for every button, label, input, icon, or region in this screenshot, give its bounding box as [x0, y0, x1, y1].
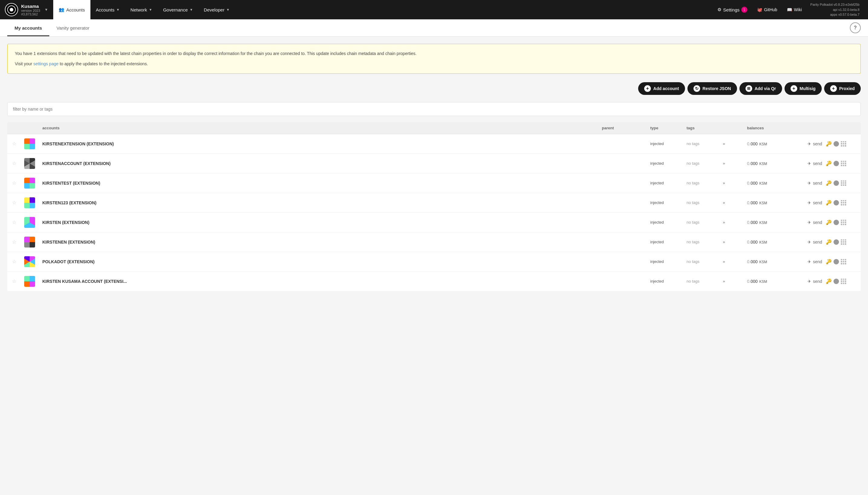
- arrows-cell[interactable]: »: [723, 141, 747, 146]
- accounts-active-icon: 👥: [59, 7, 64, 12]
- wiki-button[interactable]: 📖 Wiki: [782, 0, 807, 19]
- github-icon: 🐙: [757, 7, 762, 12]
- proxied-button[interactable]: + Proxied: [824, 82, 861, 95]
- balance-zero: 0.: [747, 240, 751, 244]
- send-button[interactable]: send: [813, 279, 822, 284]
- account-avatar: [24, 197, 35, 208]
- warning-suffix: to apply the updates to the injected ext…: [59, 61, 148, 66]
- key-icon[interactable]: 🔑: [826, 200, 832, 205]
- dot-icon: [834, 279, 839, 284]
- grid-icon: [841, 141, 846, 147]
- send-area: ✈ send ⋮: [807, 180, 826, 186]
- row-icons: 🔑: [826, 160, 856, 166]
- currency-label: KSM: [758, 201, 767, 205]
- table-header: accounts parent type tags balances: [7, 122, 861, 134]
- grid-icon: [841, 220, 846, 225]
- star-cell[interactable]: ☆: [12, 219, 24, 225]
- star-cell[interactable]: ☆: [12, 278, 24, 284]
- key-icon[interactable]: 🔑: [826, 160, 832, 166]
- arrows-cell[interactable]: »: [723, 200, 747, 205]
- star-icon[interactable]: ☆: [12, 141, 16, 146]
- send-button[interactable]: send: [813, 259, 822, 264]
- avatar-cell: [24, 276, 42, 287]
- multisig-button[interactable]: + Multisig: [785, 82, 822, 95]
- key-icon[interactable]: 🔑: [826, 141, 832, 147]
- send-icon: ✈: [807, 220, 811, 225]
- send-area: ✈ send ⋮: [807, 140, 826, 147]
- nav-item-accounts-active[interactable]: 👥 Accounts: [53, 0, 91, 19]
- nav-developer-label: Developer: [204, 7, 225, 12]
- send-button[interactable]: send: [813, 200, 822, 205]
- send-area: ✈ send ⋮: [807, 200, 826, 206]
- arrows-cell[interactable]: »: [723, 181, 747, 185]
- arrows-cell[interactable]: »: [723, 161, 747, 166]
- star-icon[interactable]: ☆: [12, 220, 16, 225]
- governance-chevron-icon: ▼: [190, 8, 193, 12]
- balance-zero: 0.: [747, 279, 751, 284]
- app-block: #3,873,562: [21, 12, 40, 16]
- key-icon[interactable]: 🔑: [826, 180, 832, 186]
- filter-input[interactable]: [7, 102, 861, 116]
- balance-decimal: 000: [751, 141, 758, 146]
- send-button[interactable]: send: [813, 161, 822, 166]
- dot-icon: [834, 239, 839, 245]
- send-button[interactable]: send: [813, 141, 822, 146]
- star-cell[interactable]: ☆: [12, 259, 24, 264]
- col-parent: parent: [602, 126, 650, 130]
- currency-label: KSM: [758, 162, 767, 166]
- send-button[interactable]: send: [813, 181, 822, 186]
- arrows-cell[interactable]: »: [723, 279, 747, 284]
- type-badge: injected: [650, 220, 687, 224]
- star-cell[interactable]: ☆: [12, 180, 24, 186]
- star-icon[interactable]: ☆: [12, 181, 16, 186]
- add-account-button[interactable]: + Add account: [638, 82, 685, 95]
- send-button[interactable]: send: [813, 240, 822, 244]
- type-badge: injected: [650, 181, 687, 185]
- key-icon[interactable]: 🔑: [826, 219, 832, 225]
- balance-decimal: 000: [751, 161, 758, 166]
- help-button[interactable]: ?: [850, 22, 861, 33]
- star-icon[interactable]: ☆: [12, 259, 16, 264]
- star-cell[interactable]: ☆: [12, 200, 24, 205]
- star-cell[interactable]: ☆: [12, 141, 24, 147]
- add-via-qr-button[interactable]: ⊞ Add via Qr: [739, 82, 782, 95]
- arrows-cell[interactable]: »: [723, 220, 747, 224]
- type-badge: injected: [650, 200, 687, 205]
- send-button[interactable]: send: [813, 220, 822, 225]
- tab-vanity-generator[interactable]: Vanity generator: [49, 19, 97, 36]
- nav-item-governance[interactable]: Governance ▼: [158, 0, 198, 19]
- star-icon[interactable]: ☆: [12, 279, 16, 284]
- account-avatar: [24, 217, 35, 228]
- tab-my-accounts[interactable]: My accounts: [7, 19, 49, 36]
- warning-line1: You have 1 extensions that need to be up…: [15, 50, 853, 57]
- github-button[interactable]: 🐙 GitHub: [752, 0, 782, 19]
- tags-cell: no tags: [687, 220, 723, 224]
- account-name: KIRSTENACCOUNT (EXTENSION): [42, 161, 602, 166]
- currency-label: KSM: [758, 221, 767, 225]
- key-icon[interactable]: 🔑: [826, 239, 832, 245]
- avatar-cell: [24, 138, 42, 149]
- send-icon: ✈: [807, 161, 811, 166]
- account-avatar: [24, 276, 35, 287]
- restore-json-button[interactable]: ↻ Restore JSON: [687, 82, 737, 95]
- key-icon[interactable]: 🔑: [826, 259, 832, 264]
- dot-icon: [834, 200, 839, 205]
- logo-area[interactable]: Kusama version 2023 #3,873,562 ▼: [5, 3, 53, 16]
- star-icon[interactable]: ☆: [12, 200, 16, 205]
- settings-badge: 1: [741, 7, 747, 13]
- star-cell[interactable]: ☆: [12, 160, 24, 166]
- nav-item-developer[interactable]: Developer ▼: [198, 0, 235, 19]
- settings-page-link[interactable]: settings page: [33, 61, 59, 66]
- star-icon[interactable]: ☆: [12, 239, 16, 244]
- nav-item-network[interactable]: Network ▼: [125, 0, 158, 19]
- account-avatar: [24, 256, 35, 267]
- arrows-cell[interactable]: »: [723, 259, 747, 264]
- key-icon[interactable]: 🔑: [826, 278, 832, 284]
- star-cell[interactable]: ☆: [12, 239, 24, 245]
- nav-item-accounts[interactable]: Accounts ▼: [91, 0, 125, 19]
- star-icon[interactable]: ☆: [12, 161, 16, 166]
- settings-button[interactable]: ⚙ Settings 1: [713, 0, 752, 19]
- table-row: ☆ KIRSTEN KUSAMA ACCOUNT (EXTENSI... inj…: [7, 272, 861, 291]
- row-icons: 🔑: [826, 219, 856, 225]
- arrows-cell[interactable]: »: [723, 240, 747, 244]
